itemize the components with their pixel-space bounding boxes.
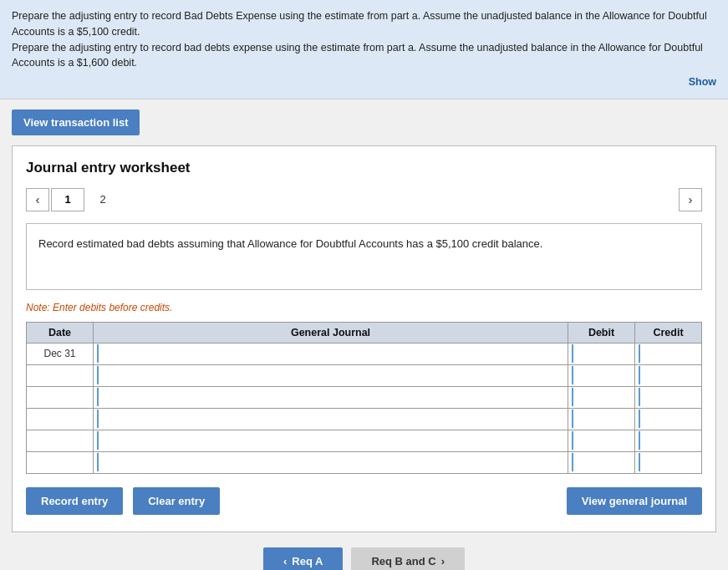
debit-input-2[interactable] [572,366,631,384]
credit-input-3[interactable] [639,388,698,406]
journal-cell-2[interactable] [94,364,568,386]
debit-input-5[interactable] [572,431,631,450]
nav-page-2[interactable]: 2 [91,188,115,211]
credit-cell-1[interactable] [635,343,702,364]
debit-cell-2[interactable] [568,364,635,386]
debit-input-6[interactable] [572,453,631,471]
credit-input-4[interactable] [639,410,698,428]
worksheet-container: Journal entry worksheet ‹ 1 2 › Record e… [12,145,716,532]
req-bc-label: Req B and C [371,555,435,567]
table-row [27,430,702,451]
credit-cell-2[interactable] [635,364,702,386]
buttons-row: Record entry Clear entry View general jo… [26,487,702,515]
description-box: Record estimated bad debts assuming that… [26,223,702,290]
req-a-button[interactable]: ‹ Req A [263,547,343,570]
debit-cell-5[interactable] [568,430,635,451]
journal-input-3[interactable] [97,388,564,406]
credit-cell-5[interactable] [635,430,702,451]
header-date: Date [27,322,94,343]
credit-input-5[interactable] [639,431,698,450]
credit-cell-4[interactable] [635,408,702,430]
nav-page-1[interactable]: 1 [51,188,84,211]
instruction-line1: Prepare the adjusting entry to record Ba… [12,10,707,38]
table-row: Dec 31 [27,343,702,364]
debit-input-3[interactable] [572,388,631,406]
journal-input-6[interactable] [97,453,564,471]
date-cell-6 [27,451,94,473]
credit-cell-6[interactable] [635,451,702,473]
show-link[interactable]: Show [12,74,716,90]
req-a-label: Req A [292,555,323,567]
view-general-journal-button[interactable]: View general journal [567,487,702,515]
description-text: Record estimated bad debts assuming that… [38,237,542,250]
header-debit: Debit [568,322,635,343]
journal-input-2[interactable] [97,366,564,384]
header-credit: Credit [635,322,702,343]
nav-right-arrow[interactable]: › [679,188,702,211]
instructions-bar: Prepare the adjusting entry to record Ba… [0,0,728,99]
journal-cell-3[interactable] [94,386,568,408]
journal-cell-5[interactable] [94,430,568,451]
credit-input-6[interactable] [639,453,698,471]
req-a-left-arrow: ‹ [283,555,287,567]
debit-cell-4[interactable] [568,408,635,430]
date-cell-1: Dec 31 [27,343,94,364]
req-bc-button[interactable]: Req B and C › [351,547,465,570]
debit-input-4[interactable] [572,410,631,428]
view-transaction-button[interactable]: View transaction list [12,109,140,135]
bottom-nav: ‹ Req A Req B and C › [0,547,728,570]
credit-input-2[interactable] [639,366,698,384]
date-cell-2 [27,364,94,386]
record-entry-button[interactable]: Record entry [26,487,123,515]
req-bc-right-arrow: › [441,555,445,567]
credit-input-1[interactable] [639,344,698,363]
journal-cell-6[interactable] [94,451,568,473]
clear-entry-button[interactable]: Clear entry [133,487,220,515]
debit-cell-3[interactable] [568,386,635,408]
credit-cell-3[interactable] [635,386,702,408]
journal-input-4[interactable] [97,410,564,428]
journal-table: Date General Journal Debit Credit Dec 31 [26,322,702,474]
instruction-line2: Prepare the adjusting entry to record ba… [12,42,703,69]
table-row [27,408,702,430]
journal-input-1[interactable] [97,344,564,363]
debit-cell-1[interactable] [568,343,635,364]
note-text: Note: Enter debits before credits. [26,302,702,313]
nav-left-arrow[interactable]: ‹ [26,188,49,211]
journal-input-5[interactable] [97,431,564,450]
date-cell-4 [27,408,94,430]
worksheet-title: Journal entry worksheet [26,160,702,176]
journal-cell-4[interactable] [94,408,568,430]
date-cell-5 [27,430,94,451]
table-row [27,364,702,386]
table-row [27,386,702,408]
journal-cell-1[interactable] [94,343,568,364]
date-cell-3 [27,386,94,408]
header-general-journal: General Journal [94,322,568,343]
debit-cell-6[interactable] [568,451,635,473]
nav-row: ‹ 1 2 › [26,188,702,211]
table-row [27,451,702,473]
debit-input-1[interactable] [572,344,631,363]
